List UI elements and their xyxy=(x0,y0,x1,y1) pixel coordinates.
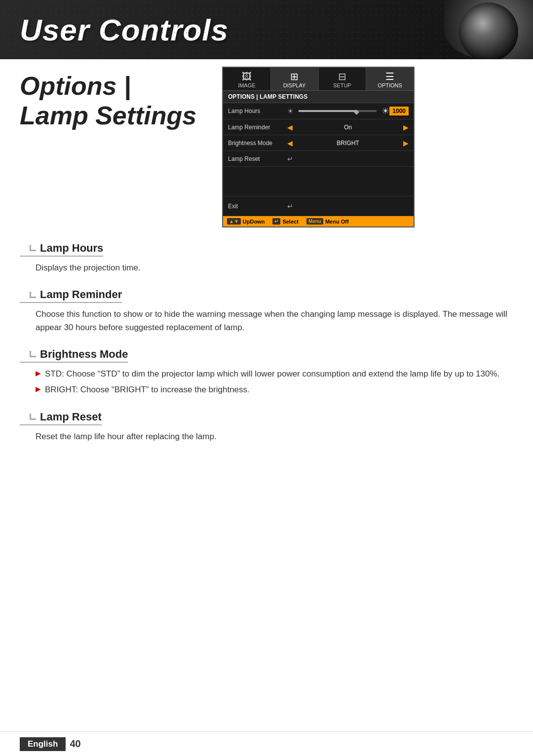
page-footer: English 40 xyxy=(0,731,533,756)
lamp-hours-controls: ☀ ◆ ☀ 1000 xyxy=(287,106,409,116)
osd-tab-options-label: OPTIONS xyxy=(378,82,402,88)
page-header: User Controls xyxy=(0,0,533,59)
document-body: Lamp Hours Displays the projection time.… xyxy=(20,242,513,457)
menu-off-label: Menu Off xyxy=(325,219,349,225)
menu-icon: Menu xyxy=(306,218,323,225)
bullet-arrow-icon-1: ▶ xyxy=(36,369,41,377)
osd-spacer xyxy=(223,167,414,196)
osd-bottom-updown: ▲▼ UpDown xyxy=(227,218,265,225)
footer-page-number: 40 xyxy=(70,738,80,750)
select-icon: ↵ xyxy=(272,218,280,225)
lamp-reminder-controls: ◀ On ▶ xyxy=(287,123,409,131)
bullet-text-bright: BRIGHT: Choose “BRIGHT” to increase the … xyxy=(45,383,250,396)
lamp-reminder-label: Lamp Reminder xyxy=(228,124,287,131)
doc-section-lamp-reminder: Lamp Reminder Choose this function to sh… xyxy=(20,288,513,334)
brightness-mode-arrow-right[interactable]: ▶ xyxy=(403,139,409,147)
osd-tab-image-label: IMAGE xyxy=(238,82,255,88)
lamp-reset-label: Lamp Reset xyxy=(228,155,287,162)
heading-brightness-mode: Brightness Mode xyxy=(20,348,128,363)
updown-label: UpDown xyxy=(243,219,265,225)
osd-menu: 🖼 IMAGE ⊞ DISPLAY ⊟ SETUP ☰ OPTIONS OPTI… xyxy=(222,67,415,227)
doc-section-lamp-hours: Lamp Hours Displays the projection time. xyxy=(20,242,513,274)
section-subtitle: Options | Lamp Settings xyxy=(20,72,207,131)
osd-tabs: 🖼 IMAGE ⊞ DISPLAY ⊟ SETUP ☰ OPTIONS xyxy=(223,68,414,91)
osd-row-brightness-mode: Brightness Mode ◀ BRIGHT ▶ xyxy=(223,135,414,151)
brightness-mode-value: BRIGHT xyxy=(293,140,403,147)
osd-tab-setup-label: SETUP xyxy=(333,82,351,88)
lamp-hours-slider[interactable]: ◆ xyxy=(299,110,377,112)
osd-tab-options[interactable]: ☰ OPTIONS xyxy=(366,68,414,90)
setup-icon: ⊟ xyxy=(321,72,364,81)
heading-lamp-hours: Lamp Hours xyxy=(20,242,103,257)
text-lamp-reminder: Choose this function to show or to hide … xyxy=(20,308,513,334)
brightness-high-icon: ☀ xyxy=(381,106,389,116)
display-icon: ⊞ xyxy=(273,72,316,81)
osd-row-lamp-reset: Lamp Reset ↵ xyxy=(223,151,414,167)
heading-lamp-reminder: Lamp Reminder xyxy=(20,288,122,303)
osd-tab-display-label: DISPLAY xyxy=(283,82,306,88)
brightness-low-icon: ☀ xyxy=(287,107,294,115)
brightness-mode-arrow-left[interactable]: ◀ xyxy=(287,139,293,147)
osd-submenu-label: OPTIONS | LAMP SETTINGS xyxy=(223,91,414,103)
osd-exit-row: Exit ↵ xyxy=(223,196,414,216)
lamp-reset-controls: ↵ xyxy=(287,155,409,163)
osd-bottom-select: ↵ Select xyxy=(272,218,298,225)
heading-lamp-reset: Lamp Reset xyxy=(20,411,102,425)
doc-section-brightness-mode: Brightness Mode ▶ STD: Choose “STD” to d… xyxy=(20,348,513,397)
header-lens-decoration xyxy=(444,0,533,59)
lamp-reminder-arrow-left[interactable]: ◀ xyxy=(287,123,293,131)
lamp-hours-label: Lamp Hours xyxy=(228,108,287,114)
osd-bottom-menu-off: Menu Menu Off xyxy=(306,218,349,225)
text-lamp-reset: Reset the lamp life hour after replacing… xyxy=(20,430,513,443)
lamp-reminder-arrow-right[interactable]: ▶ xyxy=(403,123,409,131)
footer-language: English xyxy=(20,737,66,751)
osd-bottom-bar: ▲▼ UpDown ↵ Select Menu Menu Off xyxy=(223,216,414,227)
slider-thumb-icon: ◆ xyxy=(354,108,361,114)
select-label: Select xyxy=(282,219,298,225)
osd-row-lamp-hours: Lamp Hours ☀ ◆ ☀ 1000 xyxy=(223,103,414,119)
osd-row-lamp-reminder: Lamp Reminder ◀ On ▶ xyxy=(223,119,414,135)
brightness-mode-controls: ◀ BRIGHT ▶ xyxy=(287,139,409,147)
lamp-reminder-value: On xyxy=(293,124,403,131)
updown-icon: ▲▼ xyxy=(227,218,241,225)
osd-tab-image[interactable]: 🖼 IMAGE xyxy=(223,68,271,90)
bullet-bright: ▶ BRIGHT: Choose “BRIGHT” to increase th… xyxy=(20,383,513,396)
lamp-hours-value: 1000 xyxy=(389,107,409,115)
lamp-reset-enter-icon[interactable]: ↵ xyxy=(287,155,293,163)
exit-label: Exit xyxy=(228,203,287,210)
bullet-text-std: STD: Choose “STD” to dim the projector l… xyxy=(45,368,499,380)
text-lamp-hours: Displays the projection time. xyxy=(20,262,513,274)
bullet-std: ▶ STD: Choose “STD” to dim the projector… xyxy=(20,368,513,380)
osd-tab-display[interactable]: ⊞ DISPLAY xyxy=(271,68,319,90)
subtitle-line1: Options | xyxy=(20,72,207,101)
lamp-hours-slider-fill xyxy=(299,110,357,112)
image-icon: 🖼 xyxy=(225,72,268,81)
options-icon: ☰ xyxy=(368,72,412,81)
bullet-arrow-icon-2: ▶ xyxy=(36,385,41,393)
exit-enter-icon[interactable]: ↵ xyxy=(287,202,293,210)
subtitle-line2: Lamp Settings xyxy=(20,101,207,131)
osd-tab-setup[interactable]: ⊟ SETUP xyxy=(319,68,367,90)
doc-section-lamp-reset: Lamp Reset Reset the lamp life hour afte… xyxy=(20,411,513,443)
brightness-mode-label: Brightness Mode xyxy=(228,140,287,147)
